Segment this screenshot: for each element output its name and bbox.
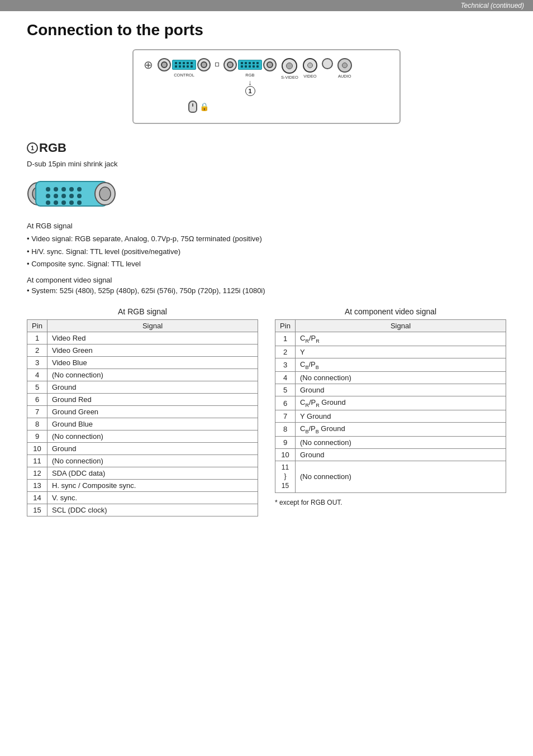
dsub-svg bbox=[27, 175, 116, 213]
bullet2: • H/V. sync. Signal: TTL level (positive… bbox=[27, 246, 506, 258]
cell-pin: 3 bbox=[275, 358, 296, 372]
top-bar-label: Technical (continued) bbox=[460, 2, 524, 9]
port-video: VIDEO bbox=[303, 58, 317, 79]
section-rgb-heading: 1 RGB bbox=[27, 141, 506, 155]
cell-signal: Ground Red bbox=[47, 394, 258, 406]
svg-point-8 bbox=[46, 194, 50, 198]
cell-signal: Y Ground bbox=[296, 410, 506, 422]
rgb-label: RGB bbox=[245, 73, 254, 78]
cell-pin: 3 bbox=[27, 357, 47, 369]
table-row: 2Y bbox=[275, 346, 506, 358]
cell-pin: 12 bbox=[27, 467, 47, 480]
svg-point-5 bbox=[61, 187, 66, 192]
table-row: 7Ground Green bbox=[27, 406, 258, 418]
port-screw-left: ⊕ bbox=[144, 58, 153, 71]
bullet3: • Composite sync. Signal: TTL level bbox=[27, 259, 506, 270]
svg-point-4 bbox=[54, 187, 58, 192]
cell-pin: 4 bbox=[275, 372, 296, 384]
cell-signal: (No connection) bbox=[47, 455, 258, 467]
audio-label: AUDIO bbox=[338, 74, 351, 79]
cell-signal: (No connection) bbox=[296, 372, 506, 384]
svg-point-9 bbox=[54, 194, 58, 198]
cell-signal: Ground bbox=[296, 384, 506, 396]
video-label: VIDEO bbox=[303, 74, 316, 79]
table-row: 7Y Ground bbox=[275, 410, 506, 422]
at-component-label: At component video signal bbox=[27, 276, 506, 284]
cell-signal: CB/PB Ground bbox=[296, 422, 506, 436]
table-row: 6Ground Red bbox=[27, 394, 258, 406]
svg-point-6 bbox=[69, 187, 74, 192]
cell-pin: 1 bbox=[275, 332, 296, 346]
svg-point-11 bbox=[69, 194, 74, 198]
svg-point-13 bbox=[46, 200, 50, 205]
table-row: 11(No connection) bbox=[27, 455, 258, 467]
cell-pin: 15 bbox=[27, 504, 47, 516]
dsub-subtitle: D-sub 15pin mini shrink jack bbox=[27, 160, 506, 168]
table-row: 4(No connection) bbox=[27, 369, 258, 381]
table-row: 8Ground Blue bbox=[27, 418, 258, 430]
cell-signal: (No connection) bbox=[47, 430, 258, 443]
cell-signal: Ground Green bbox=[47, 406, 258, 418]
cell-pin: 7 bbox=[27, 406, 47, 418]
table-rgb-title: At RGB signal bbox=[27, 307, 258, 316]
table-row: 9(No connection) bbox=[27, 430, 258, 443]
table-row: 11}15(No connection) bbox=[275, 461, 506, 492]
cell-pin: 6 bbox=[27, 394, 47, 406]
signal-info: At RGB signal • Video signal: RGB separa… bbox=[27, 221, 506, 270]
cell-signal: Ground bbox=[47, 381, 258, 394]
col-pin-comp: Pin bbox=[275, 320, 296, 332]
svg-point-14 bbox=[54, 200, 58, 205]
cell-signal: V. sync. bbox=[47, 492, 258, 504]
port-svideo: S-VIDEO bbox=[281, 58, 298, 80]
badge-1: 1 bbox=[245, 86, 255, 96]
control-label: CONTROL bbox=[174, 73, 194, 78]
table-row: 1CR/PR bbox=[275, 332, 506, 346]
port-audio: AUDIO bbox=[337, 58, 352, 79]
table-row: 6CR/PR Ground bbox=[275, 396, 506, 410]
svg-point-7 bbox=[77, 187, 82, 192]
table-rgb: Pin Signal 1Video Red2Video Green3Video … bbox=[27, 319, 258, 516]
table-row: 14V. sync. bbox=[27, 492, 258, 504]
table-row: 15SCL (DDC clock) bbox=[27, 504, 258, 516]
col-signal-rgb: Signal bbox=[47, 320, 258, 332]
cell-signal-merged: (No connection) bbox=[296, 461, 506, 492]
col-signal-comp: Signal bbox=[296, 320, 506, 332]
table-row: 9(No connection) bbox=[275, 436, 506, 448]
cell-signal: Video Blue bbox=[47, 357, 258, 369]
cell-pin: 5 bbox=[275, 384, 296, 396]
cell-pin: 9 bbox=[275, 436, 296, 448]
cell-pin: 14 bbox=[27, 492, 47, 504]
page-title: Connection to the ports bbox=[27, 21, 506, 39]
svg-point-19 bbox=[99, 187, 111, 200]
cell-signal: SCL (DDC clock) bbox=[47, 504, 258, 516]
table-row: 5Ground bbox=[27, 381, 258, 394]
table-row: 3Video Blue bbox=[27, 357, 258, 369]
table-rgb-block: At RGB signal Pin Signal 1Video Red2Vide… bbox=[27, 307, 258, 516]
rgb-circle-num: 1 bbox=[27, 142, 38, 154]
footnote: * except for RGB OUT. bbox=[275, 499, 506, 506]
port-rgb-group: RGB ↓ 1 bbox=[223, 58, 277, 96]
cell-pin: 8 bbox=[275, 422, 296, 436]
cell-pin: 5 bbox=[27, 381, 47, 394]
cell-pin-merged: 11}15 bbox=[275, 461, 296, 492]
cell-signal: (No connection) bbox=[296, 436, 506, 448]
top-bar: Technical (continued) bbox=[0, 0, 533, 11]
table-row: 10Ground bbox=[27, 443, 258, 455]
svg-point-15 bbox=[61, 200, 66, 205]
cell-pin: 8 bbox=[27, 418, 47, 430]
cell-pin: 4 bbox=[27, 369, 47, 381]
cell-signal: CR/PR Ground bbox=[296, 396, 506, 410]
cell-pin: 2 bbox=[275, 346, 296, 358]
rgb-heading-label: RGB bbox=[39, 141, 66, 155]
cell-signal: CR/PR bbox=[296, 332, 506, 346]
cell-signal: Ground bbox=[47, 443, 258, 455]
table-row: 5Ground bbox=[275, 384, 506, 396]
svg-point-12 bbox=[77, 194, 82, 198]
cell-signal: Ground bbox=[296, 448, 506, 461]
table-component-title: At component video signal bbox=[275, 307, 506, 316]
ports-row: ⊕ CO bbox=[144, 58, 389, 96]
cell-pin: 1 bbox=[27, 332, 47, 344]
table-row: 12SDA (DDC data) bbox=[27, 467, 258, 480]
cell-signal: Video Red bbox=[47, 332, 258, 344]
bullet4: • System: 525i (480i), 525p (480p), 625i… bbox=[27, 286, 506, 295]
